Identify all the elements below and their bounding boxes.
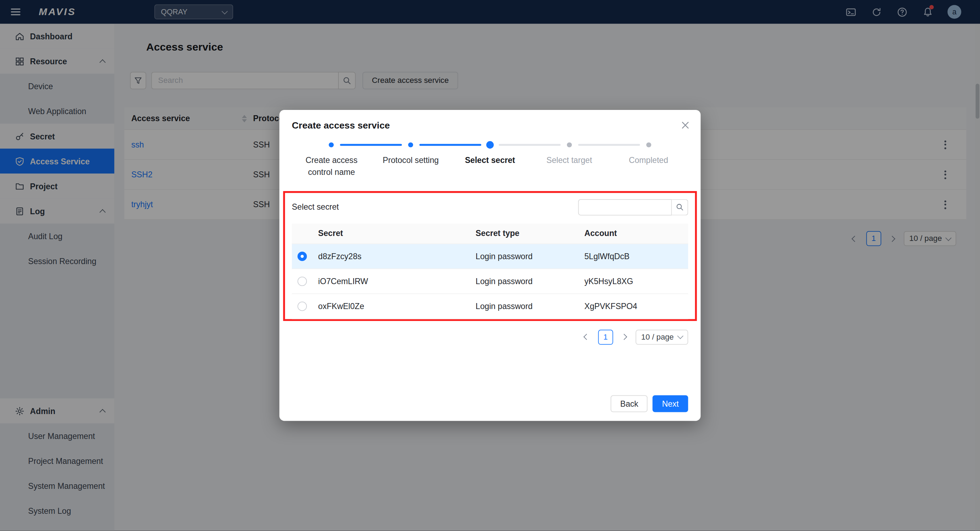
secret-table-pagination: 1 10 / page [292, 330, 688, 344]
column-secret-type: Secret type [476, 228, 584, 238]
step-label: Completed [609, 155, 688, 167]
create-access-service-modal: Create access service Create access cont… [280, 110, 700, 421]
chevron-down-icon [677, 333, 684, 339]
step-protocol-setting: Protocol setting [371, 141, 450, 178]
step-dot [646, 142, 651, 147]
stepper: Create access control name Protocol sett… [292, 141, 688, 178]
step-create-access-control-name: Create access control name [292, 141, 371, 178]
secret-row[interactable]: oxFKwEl0Ze Login password XgPVKFSPO4 [292, 294, 688, 319]
account-value: XgPVKFSPO4 [584, 301, 688, 311]
secret-value: oxFKwEl0Ze [318, 301, 476, 311]
step-label: Select secret [450, 155, 529, 167]
step-dot [329, 142, 334, 147]
secret-value: iO7CemLIRW [318, 276, 476, 286]
select-secret-label: Select secret [292, 202, 339, 212]
secret-value: d8zFzcy28s [318, 252, 476, 261]
step-completed: Completed [609, 141, 688, 178]
secret-search-group [578, 199, 688, 215]
secret-table: Secret Secret type Account d8zFzcy28s Lo… [292, 223, 688, 319]
prev-page-button[interactable] [581, 330, 593, 344]
secret-search-button[interactable] [672, 199, 688, 215]
column-account: Account [584, 228, 688, 238]
select-secret-toolbar: Select secret [292, 199, 688, 215]
step-label: Create access control name [292, 155, 371, 178]
app-root: MAVIS QQRAY a Da [0, 0, 980, 531]
search-icon [676, 203, 684, 211]
secret-row[interactable]: iO7CemLIRW Login password yK5HsyL8XG [292, 269, 688, 294]
column-secret: Secret [318, 228, 476, 238]
next-button[interactable]: Next [653, 395, 688, 412]
step-label: Select target [530, 155, 609, 167]
secret-search-input[interactable] [578, 199, 672, 215]
step-dot [566, 142, 571, 147]
close-icon[interactable] [677, 117, 692, 132]
annotation-box: Select secret Secret Secret type Account [283, 191, 697, 321]
step-select-secret: Select secret [450, 141, 529, 178]
step-dot [486, 141, 493, 149]
modal-footer: Back Next [611, 395, 688, 412]
account-value: 5LglWfqDcB [584, 252, 688, 261]
step-dot [408, 142, 413, 147]
next-page-button[interactable] [618, 330, 631, 344]
account-value: yK5HsyL8XG [584, 276, 688, 286]
page-size-select[interactable]: 10 / page [636, 330, 688, 344]
radio-unselected[interactable] [298, 276, 307, 286]
radio-unselected[interactable] [298, 301, 307, 311]
step-select-target: Select target [530, 141, 609, 178]
page-number[interactable]: 1 [598, 330, 613, 344]
secret-type-value: Login password [476, 301, 584, 311]
page-size-value: 10 / page [641, 333, 674, 341]
secret-type-value: Login password [476, 252, 584, 261]
radio-selected[interactable] [298, 252, 307, 261]
step-label: Protocol setting [371, 155, 450, 167]
back-button[interactable]: Back [611, 395, 648, 412]
secret-row[interactable]: d8zFzcy28s Login password 5LglWfqDcB [292, 244, 688, 269]
secret-type-value: Login password [476, 276, 584, 286]
modal-title: Create access service [292, 120, 688, 130]
secret-table-header: Secret Secret type Account [292, 223, 688, 244]
